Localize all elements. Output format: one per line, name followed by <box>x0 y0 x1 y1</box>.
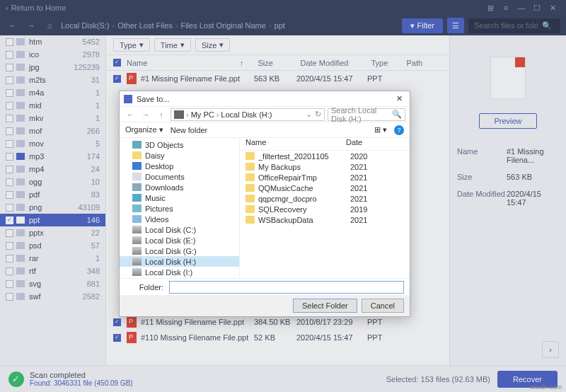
tree-item[interactable]: Local Disk (H:) <box>120 256 239 267</box>
dlg-search[interactable]: Search Local Disk (H:)🔍 <box>328 108 405 121</box>
help-icon[interactable]: ? <box>394 125 404 135</box>
dialog-title: Save to... <box>137 95 393 103</box>
watermark: wsxdn.com <box>530 384 562 391</box>
tree-item[interactable]: Local Disk (E:) <box>120 235 239 246</box>
tree-item[interactable]: Music <box>120 192 239 203</box>
dlg-path[interactable]: ›My PC ›Local Disk (H:) ⌄↻ <box>171 108 325 121</box>
ico-pics-icon <box>132 204 142 212</box>
list-item[interactable]: My Backups2021 <box>240 161 410 172</box>
new-folder-button[interactable]: New folder <box>171 126 208 134</box>
tree-item[interactable]: Daisy <box>120 150 239 161</box>
ico-folder-icon <box>132 151 142 159</box>
pc-icon <box>174 110 184 119</box>
list-item[interactable]: WSBackupData2021 <box>240 214 410 225</box>
view-menu[interactable]: ⊞ ▾ <box>374 125 387 134</box>
tree-item[interactable]: Videos <box>120 214 239 224</box>
ico-disk-icon <box>132 268 142 276</box>
ico-disk-icon <box>132 226 142 234</box>
tree-item[interactable]: Desktop <box>120 161 239 171</box>
folder-icon <box>246 216 255 224</box>
tree-item[interactable]: Documents <box>120 171 239 182</box>
save-dialog: Save to... ✕ ← → ↑ ›My PC ›Local Disk (H… <box>119 91 410 317</box>
dlg-list-header: Name Date <box>240 138 410 151</box>
tree-item[interactable]: Local Disk (I:) <box>120 267 239 277</box>
ico-docs-icon <box>132 173 142 180</box>
organize-menu[interactable]: Organize ▾ <box>125 125 163 134</box>
ico-desktop-icon <box>132 162 142 170</box>
cancel-button[interactable]: Cancel <box>362 299 404 313</box>
select-folder-button[interactable]: Select Folder <box>293 299 357 313</box>
ico-vids-icon <box>132 215 142 223</box>
folder-icon <box>246 173 255 181</box>
ico-disk-icon <box>132 258 142 265</box>
ico-music-icon <box>132 194 142 202</box>
list-item[interactable]: QQMusicCache2021 <box>240 183 410 193</box>
folder-label: Folder: <box>125 283 163 292</box>
tree-item[interactable]: Local Disk (C:) <box>120 224 239 235</box>
dlg-up[interactable]: ↑ <box>155 108 168 121</box>
folder-input[interactable] <box>169 281 404 294</box>
dialog-icon <box>124 95 132 103</box>
list-item[interactable]: _filtertest_202011052020 <box>240 151 410 161</box>
list-item[interactable]: SQLRecovery2019 <box>240 204 410 214</box>
folder-icon <box>246 152 255 160</box>
tree-item[interactable]: Pictures <box>120 203 239 214</box>
list-item[interactable]: OfficeRepairTmp2021 <box>240 172 410 183</box>
dlg-back[interactable]: ← <box>124 108 137 121</box>
folder-icon <box>246 195 255 202</box>
dialog-close-button[interactable]: ✕ <box>393 94 405 103</box>
folder-icon <box>246 205 255 213</box>
list-item[interactable]: qqpcmgr_docpro2021 <box>240 193 410 204</box>
ico-3d-icon <box>132 141 142 149</box>
tree-item[interactable]: 3D Objects <box>120 139 239 150</box>
folder-icon <box>246 163 255 171</box>
folder-tree[interactable]: 3D ObjectsDaisyDesktopDocumentsDownloads… <box>120 138 240 278</box>
ico-down-icon <box>132 183 142 191</box>
dlg-forward[interactable]: → <box>139 108 152 121</box>
ico-disk-icon <box>132 247 142 255</box>
tree-item[interactable]: Local Disk (G:) <box>120 246 239 256</box>
tree-item[interactable]: Downloads <box>120 182 239 192</box>
folder-icon <box>246 184 255 192</box>
ico-disk-icon <box>132 236 142 244</box>
